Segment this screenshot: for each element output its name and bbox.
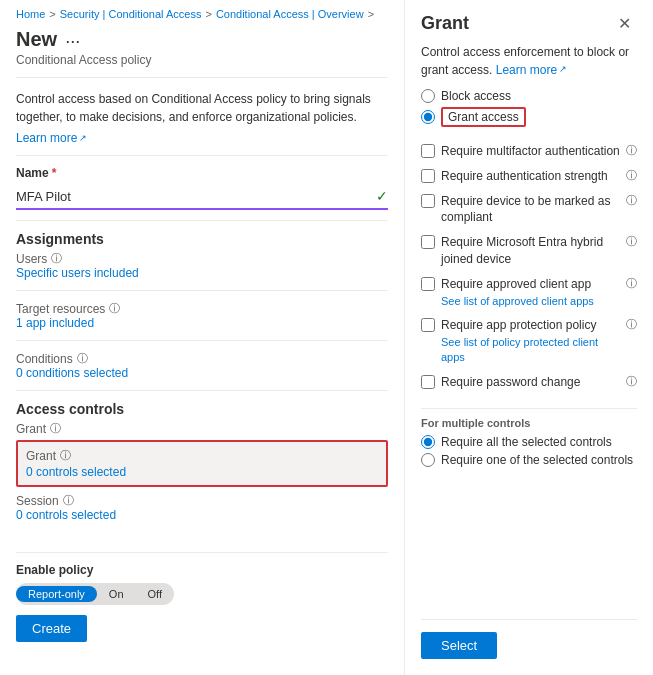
left-panel: Home > Security | Conditional Access > C… [0, 0, 405, 675]
panel-header: Grant ✕ [421, 12, 637, 35]
approved-app-info-icon[interactable]: ⓘ [626, 276, 637, 291]
breadcrumb-overview[interactable]: Conditional Access | Overview [216, 8, 364, 20]
checkbox-approved-app: Require approved client app See list of … [421, 276, 637, 309]
policy-toggle[interactable]: Report-only On Off [16, 583, 174, 605]
hybrid-checkbox[interactable] [421, 235, 435, 249]
compliant-info-icon[interactable]: ⓘ [626, 193, 637, 208]
select-button[interactable]: Select [421, 632, 497, 659]
checkbox-hybrid: Require Microsoft Entra hybrid joined de… [421, 234, 637, 268]
approved-app-text: Require approved client app See list of … [441, 276, 622, 309]
checkbox-password-change: Require password change ⓘ [421, 374, 637, 391]
conditions-label: Conditions [16, 352, 73, 366]
enable-policy-label: Enable policy [16, 563, 388, 577]
learn-more-link[interactable]: Learn more ↗ [16, 131, 87, 145]
session-info-icon[interactable]: ⓘ [63, 493, 74, 508]
session-assignment: Session ⓘ 0 controls selected [16, 493, 388, 522]
description-text: Control access based on Conditional Acce… [16, 90, 388, 126]
conditions-value[interactable]: 0 conditions selected [16, 366, 388, 380]
app-protection-text: Require app protection policy See list o… [441, 317, 622, 366]
block-access-radio[interactable] [421, 89, 435, 103]
panel-title: Grant [421, 13, 469, 34]
approved-app-checkbox[interactable] [421, 277, 435, 291]
panel-ext-icon: ↗ [559, 63, 567, 77]
access-controls-heading: Access controls [16, 401, 388, 417]
breadcrumb-security[interactable]: Security | Conditional Access [60, 8, 202, 20]
toggle-on[interactable]: On [97, 586, 136, 602]
page-subtitle: Conditional Access policy [16, 53, 388, 67]
users-label: Users [16, 252, 47, 266]
target-resources-label: Target resources [16, 302, 105, 316]
require-one-radio[interactable] [421, 453, 435, 467]
app-protection-info-icon[interactable]: ⓘ [626, 317, 637, 332]
mfa-checkbox[interactable] [421, 144, 435, 158]
users-info-icon[interactable]: ⓘ [51, 251, 62, 266]
toggle-off[interactable]: Off [136, 586, 174, 602]
require-all-row[interactable]: Require all the selected controls [421, 435, 637, 449]
hybrid-info-icon[interactable]: ⓘ [626, 234, 637, 249]
require-all-label: Require all the selected controls [441, 435, 612, 449]
app-protection-checkbox[interactable] [421, 318, 435, 332]
require-all-radio[interactable] [421, 435, 435, 449]
users-value[interactable]: Specific users included [16, 266, 388, 280]
grant-box-info-icon[interactable]: ⓘ [60, 448, 71, 463]
session-value[interactable]: 0 controls selected [16, 508, 388, 522]
grant-assignment: Grant ⓘ Grant ⓘ 0 controls selected [16, 421, 388, 487]
password-change-checkbox[interactable] [421, 375, 435, 389]
page-title: New [16, 28, 57, 51]
breadcrumb-home[interactable]: Home [16, 8, 45, 20]
auth-strength-checkbox[interactable] [421, 169, 435, 183]
toggle-report-only[interactable]: Report-only [16, 586, 97, 602]
multiple-controls-section: For multiple controls Require all the se… [421, 408, 637, 471]
grant-box[interactable]: Grant ⓘ 0 controls selected [16, 440, 388, 487]
grant-access-label: Grant access [441, 107, 526, 127]
close-button[interactable]: ✕ [612, 12, 637, 35]
compliant-checkbox[interactable] [421, 194, 435, 208]
grant-options-list: Require multifactor authentication ⓘ Req… [421, 143, 637, 398]
require-one-label: Require one of the selected controls [441, 453, 633, 467]
name-input[interactable] [16, 189, 376, 204]
require-one-row[interactable]: Require one of the selected controls [421, 453, 637, 467]
grant-box-label-text: Grant [26, 449, 56, 463]
password-change-info-icon[interactable]: ⓘ [626, 374, 637, 389]
grant-access-radio[interactable] [421, 110, 435, 124]
compliant-label: Require device to be marked as compliant [441, 193, 622, 227]
block-access-label: Block access [441, 89, 511, 103]
title-row: New ... [16, 24, 388, 51]
conditions-info-icon[interactable]: ⓘ [77, 351, 88, 366]
assignments-heading: Assignments [16, 231, 388, 247]
block-access-row[interactable]: Block access [421, 89, 637, 103]
access-type-radio-group: Block access Grant access [421, 89, 637, 131]
checkbox-app-protection: Require app protection policy See list o… [421, 317, 637, 366]
toggle-row: Report-only On Off [16, 583, 388, 605]
conditions-assignment: Conditions ⓘ 0 conditions selected [16, 351, 388, 380]
mfa-info-icon[interactable]: ⓘ [626, 143, 637, 158]
create-button[interactable]: Create [16, 615, 87, 642]
multiple-controls-label: For multiple controls [421, 417, 637, 429]
grant-info-icon[interactable]: ⓘ [50, 421, 61, 436]
breadcrumb: Home > Security | Conditional Access > C… [16, 0, 388, 24]
password-change-label: Require password change [441, 374, 622, 391]
grant-label: Grant [16, 422, 46, 436]
grant-access-row[interactable]: Grant access [421, 107, 637, 127]
name-label: Name * [16, 166, 388, 180]
panel-description: Control access enforcement to block or g… [421, 43, 637, 79]
target-resources-info-icon[interactable]: ⓘ [109, 301, 120, 316]
auth-strength-info-icon[interactable]: ⓘ [626, 168, 637, 183]
panel-learn-more[interactable]: Learn more ↗ [496, 61, 567, 79]
required-star: * [52, 166, 57, 180]
check-icon: ✓ [376, 188, 388, 204]
breadcrumb-sep-1: > [49, 8, 55, 20]
target-resources-value[interactable]: 1 app included [16, 316, 388, 330]
hybrid-label: Require Microsoft Entra hybrid joined de… [441, 234, 622, 268]
breadcrumb-sep-2: > [205, 8, 211, 20]
approved-app-link[interactable]: See list of approved client apps [441, 294, 622, 309]
checkbox-auth-strength: Require authentication strength ⓘ [421, 168, 637, 185]
auth-strength-label: Require authentication strength [441, 168, 622, 185]
name-input-row[interactable]: ✓ [16, 184, 388, 210]
grant-box-value[interactable]: 0 controls selected [26, 465, 378, 479]
right-panel: Grant ✕ Control access enforcement to bl… [405, 0, 653, 675]
app-protection-link[interactable]: See list of policy protected client apps [441, 335, 622, 366]
users-assignment: Users ⓘ Specific users included [16, 251, 388, 280]
checkbox-compliant: Require device to be marked as compliant… [421, 193, 637, 227]
dots-menu[interactable]: ... [65, 27, 80, 48]
